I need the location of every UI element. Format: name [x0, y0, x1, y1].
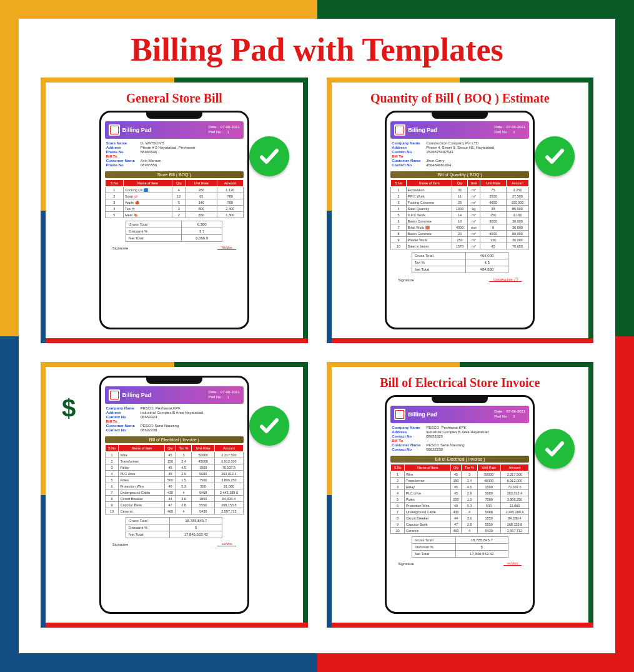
table-row: 5Poles5001.575003,806,250	[105, 477, 243, 483]
app-logo-icon	[394, 124, 405, 136]
summary-table: Gross Total18,785,845.7Discount %5Net To…	[126, 517, 222, 538]
signature-row: SignatureConstruction 📋	[390, 273, 529, 282]
template-card: $Billing PadDate : 07-06-2021Pad No : 1C…	[41, 362, 308, 628]
app-name: Billing Pad	[408, 411, 494, 418]
table-row: 5Meat 🍖26501,300	[105, 212, 243, 218]
app-logo-icon	[109, 124, 120, 136]
table-row: 4PLC drive452.95680263,012.4	[105, 471, 243, 477]
app-name: Billing Pad	[408, 127, 494, 133]
table-row: 1Wire453500002,317,500	[391, 471, 529, 478]
app-logo-icon	[109, 389, 120, 401]
header-meta: Date : 07-06-2021Pad No : 1	[494, 125, 525, 135]
card-title: Quantity of Bill ( BOQ ) Estimate	[370, 91, 550, 106]
card-title: Bill of Electrical Store Invoice	[380, 376, 540, 390]
header-meta: Date : 07-06-2021Pad No : 1	[209, 125, 240, 135]
table-row: 8Beam Concrete20m³400080,000	[391, 231, 529, 237]
items-table: S.NoName of ItemQtyUnitUnit RateAmount1E…	[390, 179, 529, 249]
app-name: Billing Pad	[122, 392, 209, 398]
header-meta: Date : 07-06-2021Pad No : 1	[494, 409, 525, 419]
summary-table: Gross Total464,000Tax %4.5Net Total484,8…	[412, 252, 508, 273]
header-meta: Date : 07-06-2021Pad No : 1	[209, 390, 240, 400]
app-name: Billing Pad	[122, 127, 209, 133]
summary-table: Gross Total6,300Discount %3.7Net Total6,…	[126, 221, 222, 242]
table-row: 2P.P.C Work11m³250027,500	[391, 193, 529, 199]
section-header: Bill of Quantity ( BOQ )	[390, 171, 529, 178]
items-table: S.NoName of ItemQtyTax %Unit RateAmount1…	[105, 444, 244, 514]
table-row: 7Brick Work 🧱4000nos936,000	[391, 224, 529, 231]
items-table: S.NoName of ItemQtyUnit RateAmount1Cocki…	[105, 179, 244, 218]
table-row: 8Circuit Breaker443.6185084,330.4	[105, 496, 243, 502]
bill-info: Company NamePESCO, Peshawar,KPKAddressIn…	[105, 404, 244, 435]
table-row: 3Apple 🍎5140700	[105, 199, 243, 206]
checkmark-icon	[249, 136, 289, 176]
table-row: 6Protection Wire405.350021,060	[391, 503, 529, 509]
table-row: 4Steel Quantity1900kg4585,500	[391, 206, 529, 212]
card-title: General Store Bill	[126, 91, 222, 106]
table-row: 10Ceramic460454302,597,712	[105, 508, 243, 514]
table-row: 6Beam Concrete10m³300030,000	[391, 218, 529, 224]
app-header: Billing PadDate : 07-06-2021Pad No : 1	[390, 121, 529, 139]
dollar-icon: $	[62, 394, 76, 423]
table-row: 1Cocking Oil 🟦42801,120	[105, 187, 243, 193]
table-row: 10Steel in beam1570m³4570,650	[391, 243, 529, 249]
table-row: 7Underground Cable430454682,445,289.6	[391, 509, 529, 515]
table-row: 9Capcitor Bank472.85550268,153.8	[391, 521, 529, 528]
section-header: Bill of Electrical ( Invoice )	[105, 436, 244, 443]
table-row: 8Circuit Breaker443.6185084,330.4	[391, 515, 529, 521]
bill-info: Company NameConstruction Company Pvt LTD…	[390, 139, 529, 170]
table-row: 3Footing Concrete25m³4000100,000	[391, 199, 529, 206]
table-row: 5D.P.C Work14m³1502,100	[391, 212, 529, 218]
table-row: 3Relay454.5150070,537.5	[391, 484, 529, 490]
checkmark-icon	[535, 429, 575, 469]
items-table: S.NoName of ItemQtyTax %Unit RateAmount1…	[390, 464, 529, 534]
checkmark-icon	[249, 406, 289, 446]
table-row: 4Tea ☕38002,400	[105, 206, 243, 212]
app-header: Billing PadDate : 07-06-2021Pad No : 1	[105, 386, 244, 404]
table-row: 1Wire453500002,317,500	[105, 452, 243, 458]
phone-mockup: Billing PadDate : 07-06-2021Pad No : 1St…	[99, 111, 249, 329]
checkmark-icon	[535, 136, 575, 176]
template-card: Quantity of Bill ( BOQ ) EstimateBilling…	[327, 78, 594, 343]
table-row: 1Excavation30m³752,250	[391, 187, 529, 193]
template-grid: General Store BillBilling PadDate : 07-0…	[19, 78, 615, 628]
table-row: 2Transformer1502.4450006,912,000	[105, 458, 243, 464]
table-row: 4PLC drive452.95680263,012.4	[391, 490, 529, 496]
table-row: 2Transformer1502.4450006,912,000	[391, 478, 529, 484]
page-title: Billing Pad with Templates	[19, 19, 615, 78]
table-row: 2Soap 🧼1265780	[105, 193, 243, 199]
summary-table: Gross Total18,785,845.7Discount %5Net To…	[412, 536, 508, 558]
table-row: 5Poles5001.575003,806,250	[391, 496, 529, 503]
section-header: Store Bill ( BOQ )	[105, 171, 244, 178]
bill-info: Company NamePESCO, Peshawar,KPKAddressIn…	[390, 423, 529, 454]
app-header: Billing PadDate : 07-06-2021Pad No : 1	[105, 121, 244, 139]
table-row: 6Protection Wire405.350021,060	[105, 483, 243, 489]
table-row: 9Plaster Work250m²12030,000	[391, 237, 529, 243]
main-panel: Billing Pad with Templates General Store…	[19, 19, 615, 653]
app-header: Billing PadDate : 07-06-2021Pad No : 1	[390, 406, 529, 423]
section-header: Bill of Electrical ( Invoice )	[390, 456, 529, 463]
signature-row: Signatureweldon	[105, 538, 244, 546]
phone-mockup: Billing PadDate : 07-06-2021Pad No : 1Co…	[99, 376, 249, 614]
template-card: General Store BillBilling PadDate : 07-0…	[41, 78, 308, 343]
table-row: 10Ceramic460454302,597,712	[391, 528, 529, 534]
bill-info: Store NameD, WATSON'SAddressPhsae # 5 Ha…	[105, 139, 244, 170]
signature-row: SignatureWeldon	[105, 242, 244, 250]
table-row: 9Capcitor Bank472.85550268,153.8	[105, 502, 243, 508]
table-row: 3Relay454.5150070,537.5	[105, 464, 243, 471]
app-logo-icon	[394, 409, 405, 420]
table-row: 7Underground Cable430454682,445,289.6	[105, 489, 243, 496]
signature-row: Signatureweldon	[390, 558, 529, 566]
phone-mockup: Billing PadDate : 07-06-2021Pad No : 1Co…	[385, 395, 535, 614]
phone-mockup: Billing PadDate : 07-06-2021Pad No : 1Co…	[385, 111, 535, 329]
template-card: Bill of Electrical Store InvoiceBilling …	[327, 362, 594, 628]
